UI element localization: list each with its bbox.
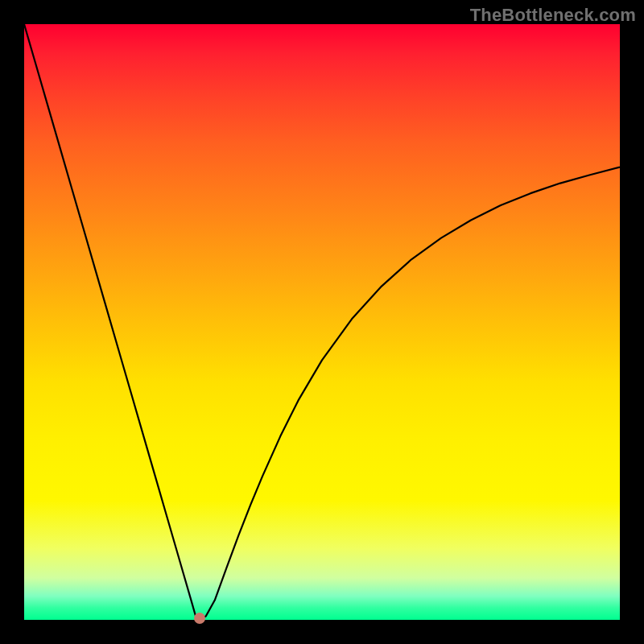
plot-area	[24, 24, 620, 620]
curve-svg	[24, 24, 620, 620]
chart-container: TheBottleneck.com	[0, 0, 644, 644]
min-marker-dot	[194, 613, 205, 624]
bottleneck-curve	[24, 24, 620, 619]
watermark-text: TheBottleneck.com	[470, 5, 636, 26]
